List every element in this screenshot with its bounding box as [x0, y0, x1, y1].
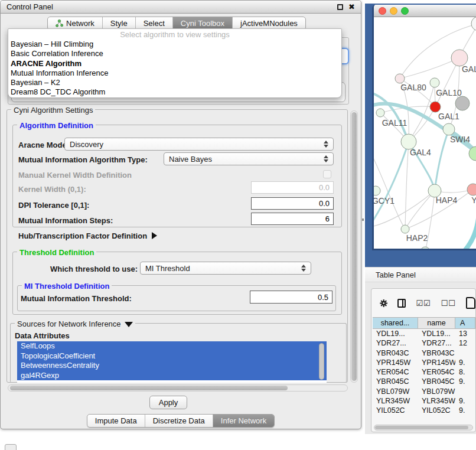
table-cell[interactable]: 8.: [455, 367, 475, 377]
columns-icon[interactable]: [397, 299, 406, 308]
table-cell[interactable]: YER054C: [418, 367, 455, 377]
close-icon[interactable]: ✖: [348, 4, 355, 10]
attribute-item[interactable]: TopologicalCoefficient: [17, 351, 327, 361]
table-cell[interactable]: [455, 348, 475, 358]
table-row[interactable]: YBR045CYBR045C9.: [373, 377, 475, 386]
scrollbar-thumb[interactable]: [375, 426, 468, 429]
table-cell[interactable]: YBR043C: [373, 348, 418, 358]
table-cell[interactable]: 9.: [455, 377, 475, 386]
tab-impute-data[interactable]: Impute Data: [87, 415, 145, 427]
column-header-partial[interactable]: A: [455, 318, 475, 328]
gear-icon[interactable]: [380, 298, 387, 309]
attribute-item[interactable]: BetweennessCentrality: [17, 361, 327, 371]
hub-definition-toggle[interactable]: Hub/Transcription Factor Definition: [18, 231, 157, 240]
tab-cyni-toolbox[interactable]: Cyni Toolbox: [172, 17, 232, 30]
algorithm-option[interactable]: ARACNE Algorithm: [8, 59, 341, 69]
scrollbar-thumb[interactable]: [351, 112, 357, 381]
network-node[interactable]: [455, 96, 470, 110]
network-node-gal10[interactable]: [430, 78, 439, 87]
unchecked-checkboxes-icon[interactable]: ☐☐: [441, 299, 456, 308]
manual-kernel-checkbox[interactable]: [323, 170, 331, 178]
table-cell[interactable]: YDR27...: [373, 338, 418, 348]
algorithm-option[interactable]: Bayesian – K2: [8, 78, 341, 87]
tab-style[interactable]: Style: [102, 17, 135, 30]
algorithm-option[interactable]: Bayesian – Hill Climbing: [8, 40, 341, 49]
table-cell[interactable]: YLR345W: [418, 396, 455, 406]
close-traffic-light-icon[interactable]: [379, 7, 386, 15]
tab-infer-network[interactable]: Infer Network: [213, 415, 274, 427]
zoom-traffic-light-icon[interactable]: [401, 7, 409, 15]
table-cell[interactable]: YBR045C: [418, 377, 455, 386]
table-cell[interactable]: 9.: [455, 358, 475, 367]
table-row[interactable]: YDL19...YDL19...13: [373, 329, 475, 338]
dpi-tolerance-field[interactable]: 0.0: [251, 197, 334, 210]
table-cell[interactable]: YLR345W: [373, 396, 418, 406]
table-row[interactable]: YPR145WYPR145W9.: [373, 358, 475, 367]
table-cell[interactable]: YDL19...: [418, 329, 455, 338]
table-cell[interactable]: YPR145W: [418, 358, 455, 367]
attribute-item[interactable]: SelfLoops: [17, 341, 327, 351]
document-icon[interactable]: [466, 297, 475, 309]
mi-steps-field[interactable]: 6: [251, 213, 334, 225]
tab-network[interactable]: Network: [48, 17, 102, 30]
network-edge[interactable]: [374, 93, 409, 142]
table-cell[interactable]: YBR043C: [418, 348, 455, 358]
list-scrollbar-thumb[interactable]: [319, 343, 324, 380]
table-cell[interactable]: YBL079W: [418, 387, 455, 396]
float-icon[interactable]: [337, 4, 343, 10]
tab-select[interactable]: Select: [135, 17, 172, 30]
settings-horizontal-scrollbar[interactable]: [8, 384, 348, 392]
network-node-gal1[interactable]: [443, 123, 455, 135]
settings-vertical-scrollbar[interactable]: [350, 110, 358, 383]
network-node-hap2[interactable]: [401, 225, 409, 233]
algorithm-option[interactable]: Dream8 DC_TDC Algorithm: [8, 87, 341, 97]
network-node-gcy1[interactable]: [374, 186, 380, 195]
table-row[interactable]: YIL052CYIL052C9.: [373, 406, 475, 415]
column-header-name[interactable]: name: [418, 318, 455, 328]
table-row[interactable]: YLR345WYLR345W9.: [373, 396, 475, 406]
which-threshold-select[interactable]: MI Threshold: [140, 262, 311, 275]
table-cell[interactable]: YDR27...: [418, 338, 455, 348]
table-cell[interactable]: YPR145W: [373, 358, 418, 367]
sources-toggle[interactable]: Sources for Network Inference: [15, 319, 135, 328]
network-node-y[interactable]: [467, 184, 476, 195]
table-cell[interactable]: YBR045C: [373, 377, 418, 386]
control-panel-titlebar[interactable]: Control Panel ✖: [1, 1, 361, 14]
network-canvas[interactable]: GALGAL80GAL10GAL1GAL11SWI4GAL4GCY1HAP4YH…: [374, 17, 476, 250]
table-cell[interactable]: 13: [455, 329, 475, 338]
table-row[interactable]: YBR043CYBR043C: [373, 348, 475, 358]
network-node-gal[interactable]: [451, 50, 468, 66]
network-node[interactable]: [420, 247, 430, 250]
table-horizontal-scrollbar[interactable]: [374, 425, 473, 431]
checked-checkboxes-icon[interactable]: ☑☑: [416, 299, 431, 308]
network-node[interactable]: [471, 17, 476, 31]
tab-discretize-data[interactable]: Discretize Data: [145, 415, 213, 427]
table-row[interactable]: YER054CYER054C8.: [373, 367, 475, 377]
table-cell[interactable]: YER054C: [373, 367, 418, 377]
algorithm-option[interactable]: Basic Correlation Inference: [8, 49, 341, 58]
network-edge[interactable]: [462, 212, 476, 250]
table-cell[interactable]: [455, 387, 475, 396]
table-row[interactable]: YDR27...YDR27...12: [373, 338, 475, 348]
table-row[interactable]: YBL079WYBL079W: [373, 387, 475, 396]
table-cell[interactable]: YIL052C: [373, 406, 418, 415]
table-cell[interactable]: 9.: [455, 406, 475, 415]
table-cell[interactable]: 12: [455, 338, 475, 348]
network-node-gal80[interactable]: [395, 74, 405, 83]
pane-splitter-handle[interactable]: [362, 219, 364, 221]
mi-threshold-field[interactable]: 0.5: [250, 291, 332, 304]
table-cell[interactable]: YIL052C: [418, 406, 455, 415]
tab-jactivemnodules[interactable]: jActiveMNodules: [232, 17, 305, 30]
minimized-panel-button[interactable]: [5, 444, 17, 450]
network-graph[interactable]: GALGAL80GAL10GAL1GAL11SWI4GAL4GCY1HAP4YH…: [374, 17, 476, 250]
table-cell[interactable]: 9.: [455, 396, 475, 406]
column-header-shared-name[interactable]: shared...: [373, 318, 418, 328]
table-cell[interactable]: YBL079W: [373, 387, 418, 396]
minimize-traffic-light-icon[interactable]: [390, 7, 397, 15]
aracne-mode-select[interactable]: Discovery: [64, 138, 334, 151]
network-node[interactable]: [430, 102, 441, 112]
network-edge[interactable]: [435, 129, 449, 191]
mi-type-select[interactable]: Naive Bayes: [164, 152, 334, 165]
kernel-width-field[interactable]: 0.0: [251, 181, 334, 194]
scrollbar-thumb[interactable]: [10, 386, 288, 390]
